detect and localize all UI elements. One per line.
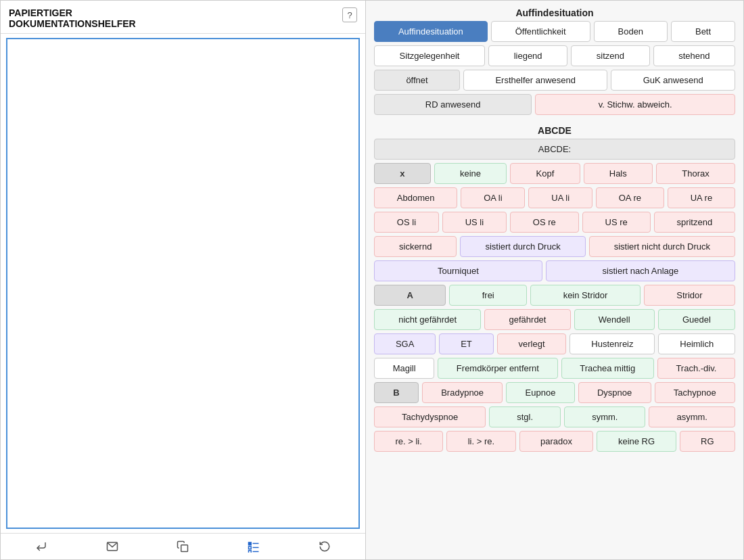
list-button[interactable] [242,538,265,555]
right-panel: Auffindesituation Auffindesituation Öffe… [366,1,743,559]
btn-kopf[interactable]: Kopf [510,163,580,184]
btn-oeffnet[interactable]: öffnet [374,70,460,91]
btn-et[interactable]: ET [439,333,493,354]
copy-button[interactable] [171,538,194,555]
btn-verlegt[interactable]: verlegt [497,333,567,354]
btn-stridor[interactable]: Stridor [644,285,735,306]
btn-keine[interactable]: keine [434,163,507,184]
btn-sistiert-druck[interactable]: sistiert durch Druck [460,236,585,257]
app-name: PAPIERTIGER [9,7,136,18]
email-icon [106,540,118,553]
btn-sitzgelegenheit[interactable]: Sitzgelegenheit [374,45,485,66]
help-button[interactable]: ? [342,7,357,22]
abcde-legs-row: OS li US li OS re US re spritzend [374,212,735,233]
b-label-row: B Bradypnoe Eupnoe Dyspnoe Tachypnoe [374,382,735,403]
btn-oare[interactable]: OA re [596,187,664,208]
btn-sitzend[interactable]: sitzend [571,45,649,66]
btn-tourniquet[interactable]: Tourniquet [374,260,542,281]
btn-wendell[interactable]: Wendell [574,309,655,330]
abcde-section: ABCDE ABCDE: x keine Kopf Hals Thorax Ab… [374,125,735,455]
btn-magill[interactable]: Magill [374,358,434,379]
btn-boden[interactable]: Boden [594,21,668,42]
text-area-wrapper [1,34,365,533]
btn-nicht-gefaehrdet[interactable]: nicht gefährdet [374,309,481,330]
btn-sickernd[interactable]: sickernd [374,236,457,257]
svg-rect-1 [181,545,188,552]
auffindesituation-row4: RD anwesend v. Stichw. abweich. [374,94,735,115]
btn-spritzend[interactable]: spritzend [654,212,735,233]
btn-gefaehrdet[interactable]: gefährdet [484,309,570,330]
auffindesituation-row2: Sitzgelegenheit liegend sitzend stehend [374,45,735,66]
btn-auffindesituation[interactable]: Auffindesituation [374,21,488,42]
enter-button[interactable] [30,538,53,555]
btn-tachydyspnoe[interactable]: Tachydyspnoe [374,406,486,427]
a-row3: SGA ET verlegt Hustenreiz Heimlich [374,333,735,354]
svg-rect-6 [249,551,252,553]
btn-keine-rg[interactable]: keine RG [597,431,676,452]
btn-bett[interactable]: Bett [671,21,735,42]
app-subtitle: DOKUMENTATIONSHELFER [9,18,136,29]
a-row2: nicht gefährdet gefährdet Wendell Guedel [374,309,735,330]
btn-usre[interactable]: US re [582,212,651,233]
btn-stgl[interactable]: stgl. [489,406,561,427]
btn-ersthelfer[interactable]: Ersthelfer anwesend [463,70,607,91]
btn-stehend[interactable]: stehend [653,45,735,66]
btn-paradox[interactable]: paradox [519,431,594,452]
btn-abdomen[interactable]: Abdomen [374,187,457,208]
main-textarea[interactable] [6,38,360,529]
btn-li-gt-re[interactable]: li. > re. [446,431,515,452]
btn-sistiert-nicht-druck[interactable]: sistiert nicht durch Druck [589,236,735,257]
btn-osli[interactable]: OS li [374,212,439,233]
btn-osre[interactable]: OS re [510,212,579,233]
btn-oeffentlichkeit[interactable]: Öffentlichkeit [491,21,590,42]
a-label-row: A frei kein Stridor Stridor [374,285,735,306]
abcde-xrow: x keine Kopf Hals Thorax [374,163,735,184]
btn-a-label[interactable]: A [374,285,446,306]
btn-trachea-mittig[interactable]: Trachea mittig [561,358,654,379]
auffindesituation-title: Auffindesituation [374,7,735,18]
auffindesituation-row1: Auffindesituation Öffentlichkeit Boden B… [374,21,735,42]
btn-fremdkoerper[interactable]: Fremdkörper entfernt [438,358,557,379]
a-row4: Magill Fremdkörper entfernt Trachea mitt… [374,358,735,379]
btn-frei[interactable]: frei [449,285,527,306]
btn-tachypnoe[interactable]: Tachypnoe [655,382,735,403]
btn-rd-anwesend[interactable]: RD anwesend [374,94,532,115]
btn-thorax[interactable]: Thorax [656,163,735,184]
list-icon [248,540,260,553]
abcde-body-row: Abdomen OA li UA li OA re UA re [374,187,735,208]
btn-uali[interactable]: UA li [528,187,592,208]
toolbar [1,533,365,559]
btn-rg[interactable]: RG [680,431,735,452]
abcde-tourniquet-row: Tourniquet sistiert nach Anlage [374,260,735,281]
btn-usli[interactable]: US li [442,212,507,233]
btn-heimlich[interactable]: Heimlich [658,333,735,354]
btn-asymm[interactable]: asymm. [649,406,735,427]
btn-guk[interactable]: GuK anwesend [611,70,735,91]
btn-x[interactable]: x [374,163,431,184]
btn-eupnoe[interactable]: Eupnoe [506,382,574,403]
auffindesituation-row3: öffnet Ersthelfer anwesend GuK anwesend [374,70,735,91]
btn-re-gt-li[interactable]: re. > li. [374,431,443,452]
left-header: PAPIERTIGER DOKUMENTATIONSHELFER ? [1,1,365,34]
btn-symm[interactable]: symm. [564,406,645,427]
btn-uare[interactable]: UA re [668,187,735,208]
email-button[interactable] [101,538,124,555]
app-title-block: PAPIERTIGER DOKUMENTATIONSHELFER [9,7,136,29]
btn-sga[interactable]: SGA [374,333,436,354]
btn-guedel[interactable]: Guedel [658,309,735,330]
btn-sistiert-anlage[interactable]: sistiert nach Anlage [546,260,735,281]
btn-abcde-label[interactable]: ABCDE: [374,139,735,160]
btn-liegend[interactable]: liegend [488,45,567,66]
btn-kein-stridor[interactable]: kein Stridor [530,285,641,306]
btn-stichw[interactable]: v. Stichw. abweich. [535,94,735,115]
abcde-title: ABCDE [374,125,735,136]
enter-icon [35,540,47,553]
btn-oali[interactable]: OA li [461,187,525,208]
reset-button[interactable] [313,538,336,555]
btn-b-label[interactable]: B [374,382,419,403]
btn-trach-div[interactable]: Trach.-div. [657,358,735,379]
btn-hals[interactable]: Hals [584,163,653,184]
btn-bradypnoe[interactable]: Bradypnoe [422,382,503,403]
btn-dyspnoe[interactable]: Dyspnoe [578,382,651,403]
btn-hustenreiz[interactable]: Hustenreiz [569,333,655,354]
